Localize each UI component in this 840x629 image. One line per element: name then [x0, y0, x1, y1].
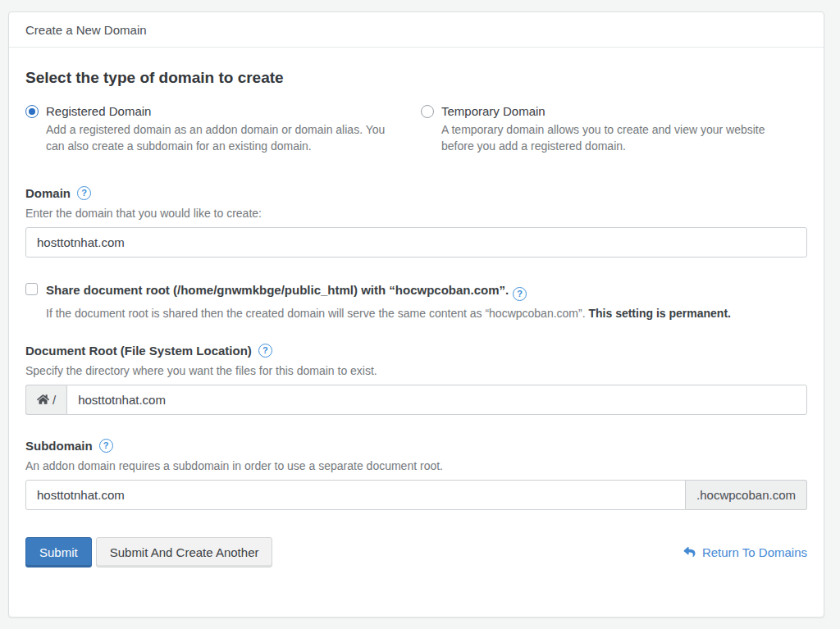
- domain-help-text: Enter the domain that you would like to …: [25, 207, 807, 220]
- domain-label: Domain ?: [25, 186, 807, 200]
- radio-selected-icon: [25, 105, 39, 118]
- permanent-warning: This setting is permanent.: [588, 307, 730, 320]
- panel-title: Create a New Domain: [9, 12, 824, 48]
- subdomain-input[interactable]: [25, 480, 686, 510]
- subdomain-label: Subdomain ?: [25, 439, 807, 453]
- radio-label: Temporary Domain: [441, 104, 546, 118]
- share-root-label: Share document root (/home/gnwmkbge/publ…: [46, 281, 527, 301]
- panel-body: Select the type of domain to create Regi…: [9, 48, 824, 600]
- submit-and-create-another-button[interactable]: Submit And Create Another: [96, 537, 273, 567]
- help-icon[interactable]: ?: [258, 344, 272, 358]
- reply-arrow-icon: [683, 546, 696, 558]
- subdomain-group: Subdomain ? An addon domain requires a s…: [25, 439, 807, 510]
- radio-unselected-icon: [421, 105, 434, 118]
- document-root-help-text: Specify the directory where you want the…: [25, 364, 807, 377]
- radio-description: Add a registered domain as an addon doma…: [46, 121, 399, 155]
- radio-temporary-domain[interactable]: Temporary Domain: [421, 104, 807, 118]
- submit-button[interactable]: Submit: [25, 537, 92, 567]
- actions-row: Submit Submit And Create Another Return …: [25, 537, 807, 567]
- document-root-label: Document Root (File System Location) ?: [25, 344, 807, 358]
- share-root-description: If the document root is shared then the …: [46, 307, 807, 320]
- radio-option-registered-domain: Registered Domain Add a registered domai…: [25, 104, 421, 155]
- document-root-input-group: /: [25, 385, 807, 415]
- domain-field-group: Domain ? Enter the domain that you would…: [25, 186, 807, 258]
- radio-option-temporary-domain: Temporary Domain A temporary domain allo…: [421, 104, 807, 155]
- radio-description: A temporary domain allows you to create …: [441, 121, 794, 155]
- subdomain-input-group: .hocwpcoban.com: [25, 480, 807, 510]
- home-icon: [37, 394, 49, 405]
- help-icon[interactable]: ?: [99, 439, 113, 453]
- checkbox-unchecked-icon: [25, 283, 38, 295]
- help-icon[interactable]: ?: [513, 287, 527, 301]
- document-root-input[interactable]: [66, 385, 807, 415]
- subdomain-help-text: An addon domain requires a subdomain in …: [25, 459, 807, 472]
- return-link-label: Return To Domains: [702, 545, 807, 559]
- subdomain-suffix: .hocwpcoban.com: [686, 480, 807, 510]
- document-root-prefix-slash: /: [52, 393, 56, 407]
- document-root-group: Document Root (File System Location) ? S…: [25, 344, 807, 415]
- radio-label: Registered Domain: [46, 104, 151, 118]
- return-to-domains-link[interactable]: Return To Domains: [683, 545, 807, 559]
- radio-registered-domain[interactable]: Registered Domain: [25, 104, 421, 118]
- create-domain-panel: Create a New Domain Select the type of d…: [8, 11, 824, 618]
- document-root-prefix: /: [25, 385, 66, 415]
- share-root-group: Share document root (/home/gnwmkbge/publ…: [25, 281, 807, 320]
- domain-type-group: Registered Domain Add a registered domai…: [25, 104, 807, 155]
- share-root-checkbox[interactable]: Share document root (/home/gnwmkbge/publ…: [25, 281, 807, 301]
- section-heading: Select the type of domain to create: [25, 69, 807, 87]
- domain-input[interactable]: [25, 227, 807, 258]
- help-icon[interactable]: ?: [77, 186, 91, 200]
